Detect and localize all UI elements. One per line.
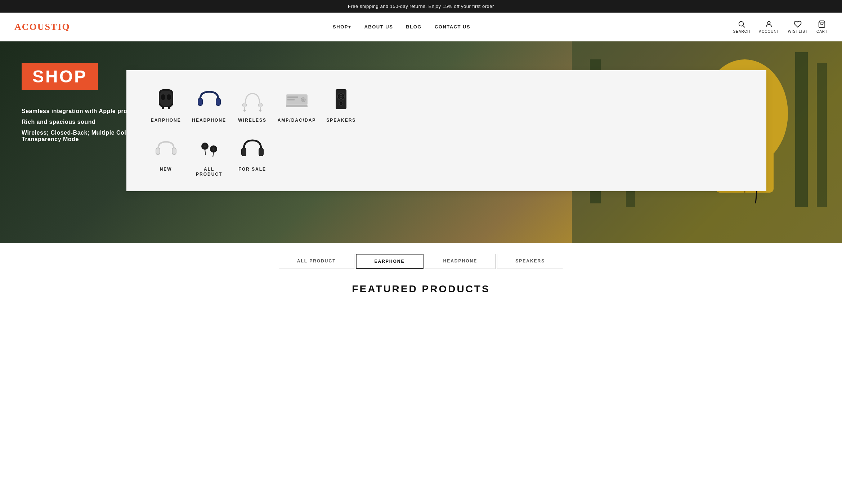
header-icons: SEARCH ACCOUNT WISHLIST CART — [733, 20, 828, 33]
svg-point-25 — [302, 99, 304, 101]
svg-rect-9 — [168, 106, 170, 109]
menu-item-forsale[interactable]: FOR SALE — [234, 134, 270, 177]
mega-menu-empty-2 — [323, 134, 359, 177]
svg-point-2 — [768, 22, 770, 24]
heart-icon — [794, 20, 802, 28]
svg-point-7 — [167, 94, 171, 100]
account-button[interactable]: ACCOUNT — [759, 20, 779, 33]
tab-speakers[interactable]: SPEAKERS — [497, 254, 563, 269]
earphone-image — [148, 85, 184, 113]
menu-item-speakers[interactable]: SPEAKERS — [323, 85, 359, 123]
featured-products-title: FEATURED PRODUCTS — [14, 283, 828, 295]
svg-point-40 — [204, 145, 206, 147]
account-icon — [765, 20, 773, 28]
svg-rect-36 — [156, 148, 160, 154]
tab-all-product[interactable]: ALL PRODUCT — [279, 254, 354, 269]
svg-rect-53 — [795, 52, 808, 207]
svg-rect-48 — [242, 148, 246, 156]
wishlist-button[interactable]: WISHLIST — [788, 20, 808, 33]
menu-item-new[interactable]: NEW — [148, 134, 184, 177]
new-image — [148, 134, 184, 162]
menu-item-allproduct[interactable]: ALL PRODUCT — [191, 134, 227, 177]
svg-point-33 — [340, 103, 342, 104]
svg-rect-8 — [162, 106, 164, 109]
main-nav: SHOP▾ ABOUT US BLOG CONTACT US — [333, 24, 470, 30]
speakers-image — [323, 85, 359, 113]
svg-point-14 — [242, 103, 247, 107]
announcement-text: Free shipping and 150-day returns. Enjoy… — [348, 4, 494, 9]
svg-rect-23 — [287, 99, 295, 100]
menu-item-wireless[interactable]: WIRELESS — [234, 85, 270, 123]
menu-item-headphone[interactable]: HEADPHONE — [191, 85, 227, 123]
header: ACOUSTIQ SHOP▾ ABOUT US BLOG CONTACT US … — [0, 13, 842, 41]
svg-rect-26 — [286, 105, 308, 107]
menu-item-amp[interactable]: AMP/DAC/DAP — [278, 85, 316, 123]
svg-rect-54 — [817, 63, 827, 207]
tab-earphone[interactable]: EARPHONE — [356, 254, 424, 269]
hero-shop-badge: SHOP — [22, 63, 98, 90]
nav-blog[interactable]: BLOG — [406, 24, 422, 30]
tab-headphone[interactable]: HEADPHONE — [425, 254, 496, 269]
nav-shop[interactable]: SHOP▾ — [333, 24, 351, 30]
cart-icon — [818, 20, 826, 28]
product-tabs: ALL PRODUCT EARPHONE HEADPHONE SPEAKERS — [0, 243, 842, 273]
svg-rect-22 — [287, 96, 298, 98]
svg-rect-49 — [259, 148, 263, 156]
svg-point-19 — [259, 109, 261, 112]
svg-rect-12 — [198, 99, 202, 105]
nav-contact[interactable]: CONTACT US — [435, 24, 470, 30]
search-button[interactable]: SEARCH — [733, 20, 751, 33]
svg-rect-13 — [216, 99, 220, 105]
announcement-bar: Free shipping and 150-day returns. Enjoy… — [0, 0, 842, 13]
svg-line-1 — [743, 26, 745, 27]
svg-line-44 — [205, 150, 206, 155]
nav-about[interactable]: ABOUT US — [364, 24, 393, 30]
search-icon — [738, 20, 745, 28]
menu-item-earphone[interactable]: EARPHONE — [148, 85, 184, 123]
svg-point-31 — [340, 96, 342, 97]
mega-menu-grid: EARPHONE HEADPHONE — [148, 85, 359, 177]
svg-rect-37 — [173, 148, 176, 154]
svg-point-15 — [258, 103, 263, 107]
svg-point-18 — [243, 109, 246, 112]
cart-button[interactable]: CART — [816, 20, 828, 33]
svg-point-0 — [739, 22, 744, 26]
svg-line-45 — [213, 153, 214, 157]
allproduct-image — [191, 134, 227, 162]
forsale-image — [234, 134, 270, 162]
wireless-image — [234, 85, 270, 113]
logo[interactable]: ACOUSTIQ — [14, 22, 70, 32]
headphone-image — [191, 85, 227, 113]
mega-menu: EARPHONE HEADPHONE — [126, 70, 766, 191]
svg-point-6 — [161, 94, 165, 100]
amp-image — [279, 85, 315, 113]
svg-point-43 — [213, 148, 214, 150]
mega-menu-empty-1 — [278, 134, 316, 177]
featured-products-section: FEATURED PRODUCTS — [0, 273, 842, 302]
